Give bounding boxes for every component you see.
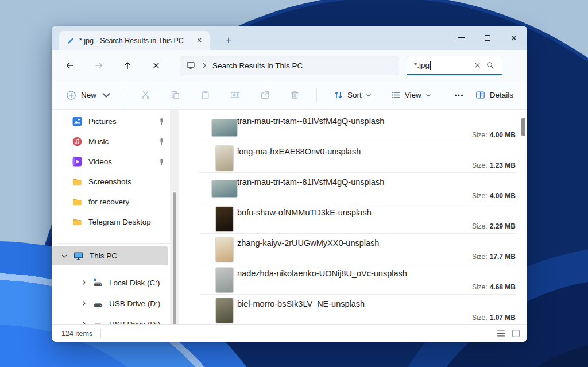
chevron-down-icon[interactable] — [61, 253, 68, 260]
sidebar-item-label: USB Drive (D:) — [109, 320, 160, 325]
sidebar-item-drive[interactable]: USB Drive (D:) — [52, 314, 183, 324]
view-button[interactable]: View — [386, 87, 436, 103]
size-label: Size: — [472, 283, 488, 291]
file-size: Size:4.00 MB — [472, 192, 516, 200]
paste-icon — [200, 90, 210, 100]
minimize-button[interactable] — [448, 26, 474, 50]
file-thumbnail — [211, 237, 238, 262]
file-row[interactable]: nadezhda-nikolaenko-UONij8U_oVc-unsplash… — [200, 264, 516, 295]
thumbnail-image — [216, 298, 233, 323]
drives-list: Local Disk (C:) USB Drive (D:) — [52, 272, 183, 324]
details-pane-button[interactable]: Details — [470, 87, 519, 103]
stop-refresh-button[interactable] — [146, 56, 166, 75]
file-row[interactable]: biel-morro-bsSIk3LV_NE-unsplash Size:1.0… — [200, 295, 516, 324]
search-clear-button[interactable] — [472, 60, 482, 71]
list-scrollbar-thumb[interactable] — [521, 118, 525, 136]
sidebar-quick-item[interactable]: for recovery — [52, 192, 183, 212]
size-label: Size: — [472, 131, 488, 139]
items-count: 124 items — [61, 330, 92, 338]
search-box[interactable]: *.jpg — [407, 56, 502, 75]
delete-button[interactable] — [284, 86, 305, 105]
titlebar[interactable]: *.jpg - Search Results in This PC ✕ + ✕ — [52, 26, 527, 50]
sidebar-quick-item[interactable]: Videos — [52, 152, 183, 172]
sidebar-item-drive[interactable]: Local Disk (C:) — [52, 272, 183, 293]
new-tab-button[interactable]: + — [222, 33, 235, 47]
size-label: Size: — [472, 314, 488, 322]
more-options-button[interactable] — [449, 86, 469, 105]
breadcrumb: Search Results in This PC — [212, 61, 303, 70]
tab-close-icon[interactable]: ✕ — [194, 35, 205, 47]
copy-button[interactable] — [164, 86, 186, 105]
rename-icon — [230, 90, 240, 100]
clear-x-icon — [474, 61, 481, 69]
sidebar-item-label: This PC — [90, 252, 117, 260]
ellipsis-icon — [454, 90, 464, 101]
file-thumbnail — [211, 298, 238, 323]
close-icon: ✕ — [511, 34, 517, 43]
file-row[interactable]: bofu-shaw-ofNMMuTD3kE-unsplash Size:2.29… — [200, 203, 516, 234]
large-icons-view-icon[interactable] — [512, 329, 520, 338]
command-toolbar: New Sort View — [52, 81, 527, 110]
back-button[interactable] — [60, 56, 80, 75]
sidebar-quick-item[interactable]: Telegram Desktop — [52, 212, 183, 232]
share-button[interactable] — [254, 86, 276, 105]
chevron-right-icon[interactable] — [80, 300, 87, 307]
size-value: 17.7 MB — [490, 253, 516, 261]
size-label: Size: — [472, 192, 488, 200]
folder-icon — [72, 217, 82, 227]
this-pc-icon — [74, 251, 83, 261]
thumbnail-image — [216, 207, 233, 231]
sidebar-quick-item[interactable]: Music — [52, 132, 183, 152]
file-row[interactable]: long-ma-hxEAE88Onv0-unsplash Size:1.23 M… — [200, 142, 516, 173]
file-size: Size:4.00 MB — [472, 131, 516, 139]
thumbnail-image — [212, 119, 237, 136]
thumbnail-image — [216, 237, 233, 262]
explorer-tab[interactable]: *.jpg - Search Results in This PC ✕ — [59, 31, 210, 50]
rename-button[interactable] — [224, 86, 246, 105]
sort-icon — [334, 90, 343, 100]
sidebar-quick-item[interactable]: Screenshots — [52, 172, 183, 192]
sidebar-quick-item[interactable]: Pictures — [52, 111, 183, 132]
pin-icon — [158, 158, 165, 165]
maximize-button[interactable] — [474, 26, 501, 50]
close-button[interactable]: ✕ — [501, 26, 527, 50]
list-view-icon[interactable] — [497, 329, 505, 338]
chevron-right-icon[interactable] — [80, 320, 87, 324]
view-button-label: View — [405, 91, 421, 99]
tab-icon — [67, 37, 74, 44]
tab-title: *.jpg - Search Results in This PC — [79, 37, 184, 45]
chevron-right-icon[interactable] — [80, 279, 87, 286]
file-row[interactable]: tran-mau-tri-tam--81lVsfM4gQ-unsplash Si… — [200, 173, 516, 203]
copy-icon — [171, 90, 180, 100]
search-submit-button[interactable] — [482, 60, 497, 71]
usb-drive-icon — [93, 299, 103, 308]
usb-drive-icon — [93, 319, 103, 325]
file-size: Size:1.07 MB — [472, 314, 516, 322]
arrow-left-icon — [65, 61, 75, 70]
scissors-icon — [141, 90, 150, 100]
up-button[interactable] — [118, 56, 137, 75]
x-icon — [152, 61, 161, 70]
status-divider — [100, 329, 101, 338]
file-row[interactable]: tran-mau-tri-tam--81lVsfM4gQ-unsplash Si… — [200, 112, 516, 142]
sort-button[interactable]: Sort — [328, 87, 377, 103]
sidebar-item-label: Videos — [88, 157, 112, 166]
search-input[interactable]: *.jpg — [414, 61, 430, 69]
cut-button[interactable] — [134, 86, 156, 105]
address-bar[interactable]: Search Results in This PC — [180, 56, 399, 75]
file-name: nadezhda-nikolaenko-UONij8U_oVc-unsplash — [237, 269, 407, 278]
pictures-icon — [72, 117, 82, 126]
window-controls: ✕ — [448, 26, 527, 50]
sidebar-item-drive[interactable]: USB Drive (D:) — [52, 293, 183, 314]
sidebar-item-label: Telegram Desktop — [88, 218, 151, 226]
paste-button[interactable] — [194, 86, 216, 105]
file-row[interactable]: zhang-kaiyv-2rUUGwMyXX0-unsplash Size:17… — [200, 234, 516, 264]
new-button[interactable]: New — [61, 87, 116, 104]
file-thumbnail — [211, 145, 238, 171]
sidebar-scrollbar-thumb[interactable] — [173, 192, 176, 324]
thumbnail-image — [216, 146, 233, 171]
chevron-right-icon — [201, 62, 208, 69]
forward-button[interactable] — [89, 56, 109, 75]
sidebar-item-this-pc[interactable]: This PC — [52, 246, 168, 265]
chevron-down-icon — [366, 92, 372, 98]
